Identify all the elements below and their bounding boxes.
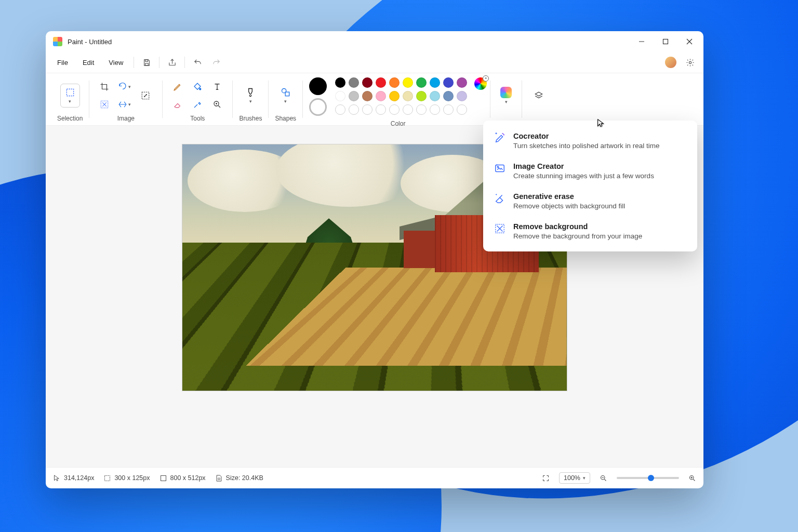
- zoom-slider[interactable]: [617, 477, 679, 479]
- svg-point-19: [218, 477, 220, 480]
- color-swatch[interactable]: [416, 77, 427, 88]
- svg-rect-17: [105, 475, 110, 481]
- svg-point-6: [689, 61, 691, 63]
- user-avatar[interactable]: [665, 57, 676, 68]
- menu-file[interactable]: File: [50, 56, 75, 70]
- selection-tool[interactable]: ▾: [60, 84, 80, 108]
- custom-color-slot[interactable]: [389, 104, 400, 115]
- custom-color-slot[interactable]: [443, 104, 454, 115]
- color-swatch[interactable]: [389, 91, 400, 101]
- fill-tool[interactable]: [189, 79, 206, 95]
- close-button[interactable]: [677, 31, 701, 52]
- group-tools: Tools: [163, 73, 232, 125]
- group-color: + Color: [303, 73, 490, 125]
- color-swatch[interactable]: [443, 77, 454, 88]
- svg-rect-13: [285, 92, 289, 96]
- resize-tool[interactable]: [135, 85, 156, 106]
- zoom-level[interactable]: 100%▾: [559, 472, 590, 484]
- group-shapes: ▾ Shapes: [269, 73, 302, 125]
- custom-color-slot[interactable]: [416, 104, 427, 115]
- brush-tool[interactable]: ▾: [241, 84, 260, 107]
- remove-bg-tool[interactable]: [96, 97, 113, 112]
- image-creator-icon: [494, 162, 506, 175]
- svg-rect-5: [145, 63, 148, 65]
- generative-erase-icon: [494, 192, 506, 205]
- group-selection: ▾ Selection: [51, 73, 89, 125]
- maximize-button[interactable]: [654, 31, 677, 52]
- cocreator-icon: [494, 132, 506, 144]
- menu-view[interactable]: View: [101, 56, 130, 70]
- color-swatch[interactable]: [430, 77, 440, 88]
- color-swatch[interactable]: [362, 77, 373, 88]
- zoom-in-button[interactable]: [688, 474, 696, 482]
- menu-cocreator[interactable]: CocreatorTurn sketches into polished art…: [488, 126, 692, 156]
- color-swatch[interactable]: [443, 91, 454, 101]
- pencil-tool[interactable]: [169, 79, 187, 95]
- menu-generative-erase[interactable]: Generative eraseRemove objects with back…: [488, 186, 692, 216]
- group-brushes: ▾ Brushes: [233, 73, 268, 125]
- crop-tool[interactable]: [96, 79, 113, 95]
- color-swatch[interactable]: [376, 91, 386, 101]
- status-file-size: Size: 20.4KB: [215, 474, 263, 482]
- menu-remove-background[interactable]: Remove backgroundRemove the background f…: [488, 216, 692, 246]
- primary-color[interactable]: [309, 77, 327, 95]
- status-cursor-pos: 314,124px: [53, 474, 94, 482]
- svg-rect-4: [145, 59, 148, 61]
- rotate-tool[interactable]: ▾: [115, 79, 133, 95]
- statusbar: 314,124px 300 x 125px 800 x 512px Size: …: [46, 467, 703, 488]
- copilot-button[interactable]: ▾: [497, 84, 515, 107]
- group-image: ▾ ▾ Image: [89, 73, 162, 125]
- color-swatch[interactable]: [349, 91, 359, 101]
- color-swatch[interactable]: [416, 91, 427, 101]
- custom-color-slot[interactable]: [376, 104, 386, 115]
- magnifier-tool[interactable]: [208, 97, 226, 112]
- remove-background-icon: [494, 222, 506, 235]
- status-canvas-size: 800 x 512px: [159, 474, 206, 482]
- layers-button[interactable]: [528, 85, 549, 106]
- custom-color-slot[interactable]: [362, 104, 373, 115]
- fit-screen-button[interactable]: [542, 474, 550, 482]
- minimize-button[interactable]: [630, 31, 654, 52]
- ribbon: ▾ Selection ▾ ▾ Image: [46, 73, 703, 126]
- zoom-out-button[interactable]: [600, 474, 607, 482]
- color-swatch[interactable]: [349, 77, 359, 88]
- undo-button[interactable]: [188, 55, 207, 70]
- custom-color-slot[interactable]: [335, 104, 345, 115]
- edit-colors-button[interactable]: +: [474, 77, 487, 90]
- custom-color-slot[interactable]: [349, 104, 359, 115]
- text-tool[interactable]: [208, 79, 226, 95]
- shape-tool[interactable]: ▾: [276, 84, 295, 107]
- color-swatch[interactable]: [403, 91, 413, 101]
- secondary-color[interactable]: [309, 98, 327, 116]
- color-swatch[interactable]: [430, 91, 440, 101]
- color-swatch[interactable]: [389, 77, 400, 88]
- color-swatch[interactable]: [457, 77, 467, 88]
- color-swatch[interactable]: [335, 77, 345, 88]
- save-button[interactable]: [137, 55, 156, 70]
- color-palette: [335, 77, 467, 115]
- color-swatch[interactable]: [457, 91, 467, 101]
- group-layers: [522, 73, 555, 125]
- svg-rect-1: [663, 39, 668, 44]
- settings-button[interactable]: [681, 55, 699, 70]
- flip-tool[interactable]: ▾: [115, 97, 133, 112]
- color-swatch[interactable]: [403, 77, 413, 88]
- eraser-tool[interactable]: [169, 97, 187, 112]
- color-swatch[interactable]: [335, 91, 345, 101]
- paint-window: Paint - Untitled File Edit View ▾ Select…: [46, 31, 703, 488]
- redo-button[interactable]: [207, 55, 225, 70]
- color-swatch[interactable]: [362, 91, 373, 101]
- window-title: Paint - Untitled: [68, 38, 112, 46]
- custom-color-slot[interactable]: [403, 104, 413, 115]
- mouse-cursor-icon: [596, 118, 606, 129]
- color-swatch[interactable]: [376, 77, 386, 88]
- share-button[interactable]: [163, 55, 181, 70]
- menu-edit[interactable]: Edit: [75, 56, 101, 70]
- status-selection-size: 300 x 125px: [103, 474, 150, 482]
- menu-image-creator[interactable]: Image CreatorCreate stunning images with…: [488, 156, 692, 186]
- copilot-menu: CocreatorTurn sketches into polished art…: [483, 121, 697, 251]
- eyedropper-tool[interactable]: [189, 97, 206, 112]
- copilot-icon: [500, 87, 512, 98]
- custom-color-slot[interactable]: [430, 104, 440, 115]
- custom-color-slot[interactable]: [457, 104, 467, 115]
